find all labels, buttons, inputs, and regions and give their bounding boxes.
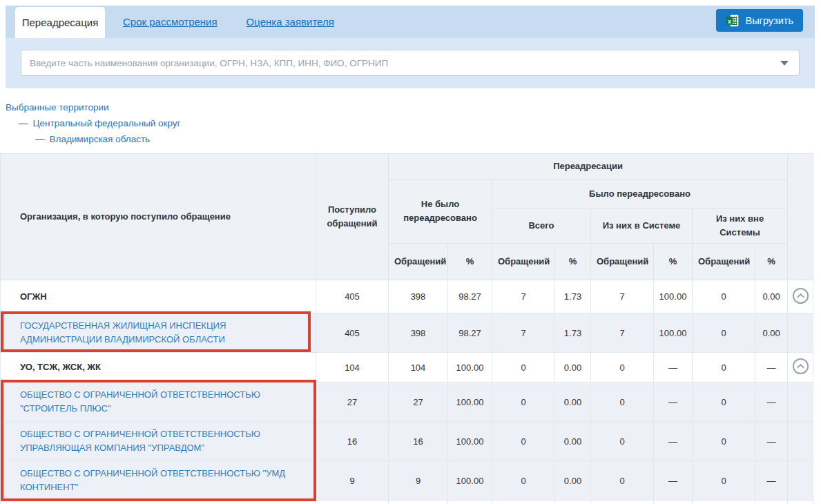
value-cell: 405 <box>316 280 389 313</box>
org-link[interactable]: ГОСУДАРСТВЕННАЯ ЖИЛИЩНАЯ ИНСПЕКЦИЯ АДМИН… <box>20 320 226 345</box>
territories-block: Выбранные территории —Центральный федера… <box>6 101 181 146</box>
value-cell: — <box>654 382 693 422</box>
expand-cell <box>788 422 813 461</box>
value-cell <box>755 501 788 504</box>
col-header-appeals: Обращений <box>591 244 654 280</box>
org-cell: ОБЩЕСТВО С ОГРАНИЧЕННОЙ ОТВЕТСТВЕННОСТЬЮ… <box>1 382 316 422</box>
value-cell: 100.00 <box>654 280 693 313</box>
value-cell: — <box>755 382 788 422</box>
expand-cell <box>788 461 813 501</box>
table-row: ГОСУДАРСТВЕННАЯ ЖИЛИЩНАЯ ИНСПЕКЦИЯ АДМИН… <box>1 313 813 353</box>
org-group-label: ОГЖН <box>20 291 47 302</box>
export-button[interactable]: x Выгрузить <box>716 9 803 32</box>
org-cell <box>1 501 316 504</box>
col-header-redirections: Переадресации <box>389 154 788 180</box>
value-cell: 0 <box>693 382 755 422</box>
value-cell: 104 <box>389 353 448 382</box>
collapse-button[interactable] <box>792 358 809 375</box>
value-cell: 0 <box>693 422 755 461</box>
territories-title: Выбранные территории <box>6 101 181 114</box>
dropdown-caret-icon[interactable] <box>780 61 789 66</box>
org-link[interactable]: ОБЩЕСТВО С ОГРАНИЧЕННОЙ ОТВЕТСТВЕННОСТЬЮ… <box>20 468 285 492</box>
value-cell: 405 <box>316 313 389 353</box>
value-cell: 16 <box>389 422 448 461</box>
value-cell: 0 <box>693 313 755 353</box>
redirection-report-table: Организация, в которую поступило обращен… <box>0 153 813 504</box>
value-cell: 27 <box>389 382 448 422</box>
value-cell: 398 <box>389 280 448 313</box>
col-header-redirected: Было переадресовано <box>492 180 788 209</box>
value-cell: 100.00 <box>448 461 492 501</box>
col-header-percent: % <box>448 244 492 280</box>
table-header: Организация, в которую поступило обращен… <box>1 154 813 280</box>
value-cell: 0 <box>693 353 755 382</box>
col-header-out-system: Из них вне Системы <box>693 209 788 244</box>
value-cell: — <box>654 461 693 501</box>
value-cell: 7 <box>591 313 654 353</box>
value-cell: 104 <box>316 353 389 382</box>
col-header-expand <box>788 154 813 280</box>
collapse-button[interactable] <box>792 287 809 304</box>
org-link[interactable]: ОБЩЕСТВО С ОГРАНИЧЕННОЙ ОТВЕТСТВЕННОСТЬЮ… <box>20 429 260 453</box>
value-cell: 16 <box>316 422 389 461</box>
col-header-percent: % <box>555 244 591 280</box>
tab-redirection[interactable]: Переадресация <box>15 7 105 38</box>
value-cell: 27 <box>316 382 389 422</box>
col-header-total: Всего <box>492 209 591 244</box>
svg-text:x: x <box>727 17 731 24</box>
value-cell: 7 <box>492 313 555 353</box>
territory-link-federal-district[interactable]: Центральный федеральный округ <box>33 118 181 128</box>
territory-link-region[interactable]: Владимирская область <box>50 134 151 144</box>
territory-item: —Владимирская область <box>35 133 181 146</box>
value-cell: 1.73 <box>555 280 591 313</box>
value-cell: 98.27 <box>448 280 492 313</box>
value-cell: — <box>755 422 788 461</box>
value-cell: — <box>755 353 788 382</box>
table-row: ОГЖН 405 398 98.27 7 1.73 7 100.00 0 0.0… <box>1 280 813 313</box>
value-cell: 7 <box>492 280 555 313</box>
chevron-up-circle-icon <box>792 358 809 375</box>
expand-cell <box>788 501 813 504</box>
value-cell: — <box>755 461 788 501</box>
value-cell: 0 <box>492 422 555 461</box>
value-cell: — <box>654 353 693 382</box>
col-header-not-redirected: Не было переадресовано <box>389 180 492 244</box>
table-row: ОБЩЕСТВО С ОГРАНИЧЕННОЙ ОТВЕТСТВЕННОСТЬЮ… <box>1 382 813 422</box>
territory-dash: — <box>35 134 45 144</box>
org-cell: УО, ТСЖ, ЖСК, ЖК <box>1 353 316 382</box>
value-cell: 100.00 <box>448 382 492 422</box>
value-cell <box>389 501 448 504</box>
value-cell: 0 <box>693 461 755 501</box>
expand-cell <box>788 280 813 313</box>
tab-review-period[interactable]: Срок рассмотрения <box>123 16 218 28</box>
report-table-body: ОГЖН 405 398 98.27 7 1.73 7 100.00 0 0.0… <box>1 280 813 504</box>
value-cell: 98.27 <box>448 313 492 353</box>
col-header-received: Поступило обращений <box>316 154 389 280</box>
value-cell <box>654 501 693 504</box>
report-page: Переадресация Срок рассмотрения Оценка з… <box>0 0 821 504</box>
col-header-appeals: Обращений <box>693 244 755 280</box>
org-cell: ОБЩЕСТВО С ОГРАНИЧЕННОЙ ОТВЕТСТВЕННОСТЬЮ… <box>1 461 316 501</box>
col-header-appeals: Обращений <box>389 244 448 280</box>
col-header-organization: Организация, в которую поступило обращен… <box>1 154 316 280</box>
territory-item: —Центральный федеральный округ <box>19 117 181 130</box>
value-cell <box>555 501 591 504</box>
tab-redirection-label: Переадресация <box>22 17 99 28</box>
value-cell: 0.00 <box>555 461 591 501</box>
col-header-in-system: Из них в Системе <box>591 209 693 244</box>
org-link[interactable]: ОБЩЕСТВО С ОГРАНИЧЕННОЙ ОТВЕТСТВЕННОСТЬЮ… <box>20 389 260 414</box>
chevron-up-circle-icon <box>792 287 809 304</box>
value-cell: 100.00 <box>448 422 492 461</box>
tab-applicant-rating[interactable]: Оценка заявителя <box>247 16 334 28</box>
organization-search-input[interactable] <box>21 50 800 76</box>
org-group-label: УО, ТСЖ, ЖСК, ЖК <box>20 362 101 372</box>
filter-panel <box>6 38 815 88</box>
value-cell: 0.00 <box>755 280 788 313</box>
excel-icon: x <box>726 14 740 28</box>
value-cell: 100.00 <box>654 313 693 353</box>
table-row: ОБЩЕСТВО С ОГРАНИЧЕННОЙ ОТВЕТСТВЕННОСТЬЮ… <box>1 422 813 461</box>
value-cell: 0 <box>492 353 555 382</box>
tab-links: Срок рассмотрения Оценка заявителя <box>123 6 334 38</box>
value-cell: 0 <box>591 382 654 422</box>
tab-bar: Переадресация Срок рассмотрения Оценка з… <box>6 6 815 38</box>
